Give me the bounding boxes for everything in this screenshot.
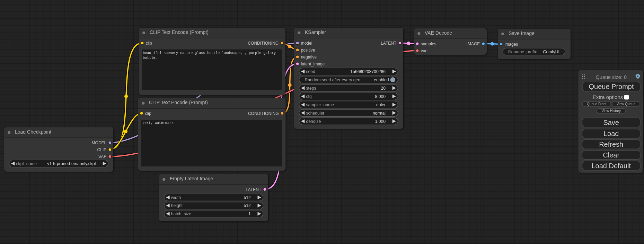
svg-text:Extra options: Extra options <box>593 94 623 100</box>
svg-text:Save: Save <box>603 119 619 126</box>
svg-text:Random seed after every gen: Random seed after every gen <box>305 78 361 82</box>
svg-text:IMAGE: IMAGE <box>467 42 480 46</box>
svg-text:View Queue: View Queue <box>617 102 636 106</box>
svg-text:denoise: denoise <box>306 119 321 124</box>
svg-text:LATENT: LATENT <box>381 41 397 46</box>
svg-text:MODEL: MODEL <box>92 141 107 145</box>
svg-text:Save Image: Save Image <box>509 30 535 36</box>
svg-text:samples: samples <box>421 42 436 46</box>
svg-text:Load Checkpoint: Load Checkpoint <box>15 129 51 135</box>
svg-text:vae: vae <box>421 48 428 53</box>
svg-text:Refresh: Refresh <box>599 141 623 148</box>
svg-text:seed: seed <box>306 69 315 74</box>
svg-text:CONDITIONING: CONDITIONING <box>248 111 279 116</box>
svg-text:512: 512 <box>244 195 251 200</box>
svg-text:Load: Load <box>603 130 619 137</box>
svg-text:512: 512 <box>244 203 251 208</box>
svg-text:View History: View History <box>602 109 621 113</box>
svg-text:1: 1 <box>248 211 251 216</box>
svg-text:scheduler: scheduler <box>306 111 325 116</box>
svg-text:width: width <box>171 195 181 200</box>
svg-text:negative: negative <box>301 55 317 60</box>
svg-text:Empty Latent Image: Empty Latent Image <box>170 176 213 181</box>
svg-text:ComfyUI: ComfyUI <box>543 49 559 54</box>
svg-text:CONDITIONING: CONDITIONING <box>248 41 279 46</box>
svg-text:images: images <box>505 42 518 47</box>
svg-text:cfg: cfg <box>306 94 312 99</box>
svg-text:enabled: enabled <box>374 78 389 82</box>
svg-text:height: height <box>171 203 183 208</box>
svg-text:beautiful scenery nature glass: beautiful scenery nature glass bottle la… <box>143 51 276 55</box>
svg-text:Clear: Clear <box>603 151 619 159</box>
svg-text:filename_prefix: filename_prefix <box>508 49 537 54</box>
svg-text:Queue size: 0: Queue size: 0 <box>596 74 627 80</box>
svg-text:text, watermark: text, watermark <box>142 121 174 125</box>
svg-text:sampler_name: sampler_name <box>306 102 334 107</box>
svg-text:1.000: 1.000 <box>375 119 386 124</box>
svg-text:8.000: 8.000 <box>375 94 386 99</box>
svg-text:euler: euler <box>376 102 386 107</box>
svg-text:20: 20 <box>381 86 386 91</box>
svg-text:Queue Prompt: Queue Prompt <box>589 83 634 90</box>
svg-text:batch_size: batch_size <box>171 211 191 216</box>
svg-text:clip: clip <box>145 111 151 116</box>
svg-text:model: model <box>301 41 312 46</box>
svg-text:positive: positive <box>301 48 315 53</box>
svg-text:Load Default: Load Default <box>591 162 631 170</box>
svg-text:clip: clip <box>146 41 152 46</box>
svg-text:156680208700286: 156680208700286 <box>350 69 386 74</box>
svg-text:normal: normal <box>373 111 386 116</box>
svg-text:v1-5-pruned-emaonly.ckpt: v1-5-pruned-emaonly.ckpt <box>47 161 96 166</box>
svg-text:latent_image: latent_image <box>301 62 325 66</box>
svg-text:VAE: VAE <box>98 154 106 159</box>
svg-text:CLIP Text Encode (Prompt): CLIP Text Encode (Prompt) <box>149 100 208 105</box>
svg-text:KSampler: KSampler <box>305 29 326 35</box>
svg-text:CLIP: CLIP <box>97 147 107 152</box>
svg-text:steps: steps <box>306 86 316 91</box>
svg-text:VAE Decode: VAE Decode <box>425 30 452 36</box>
svg-text:LATENT: LATENT <box>246 187 262 192</box>
svg-text:ckpt_name: ckpt_name <box>16 161 37 166</box>
svg-text:CLIP Text Encode (Prompt): CLIP Text Encode (Prompt) <box>150 29 209 35</box>
svg-text:Queue Front: Queue Front <box>587 102 606 106</box>
svg-text:bottle,: bottle, <box>143 56 157 60</box>
